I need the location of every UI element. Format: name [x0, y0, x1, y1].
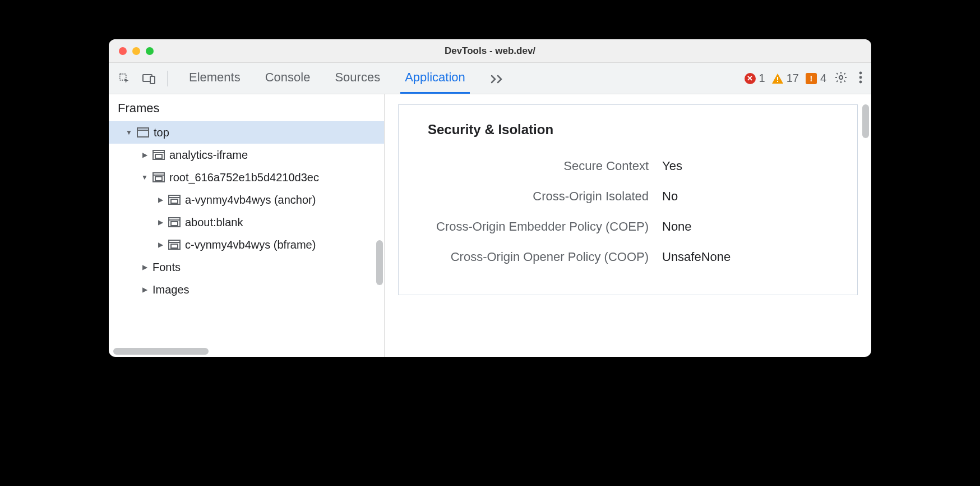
iframe-icon	[168, 217, 181, 227]
property-value: No	[662, 189, 678, 204]
iframe-icon	[168, 195, 181, 205]
chevron-down-icon: ▼	[140, 173, 149, 181]
tree-item[interactable]: ▼root_616a752e1b5d4210d3ec	[109, 166, 384, 189]
section-title: Security & Isolation	[399, 116, 857, 151]
tree-item-top[interactable]: ▼ top	[109, 121, 384, 144]
devtools-window: DevTools - web.dev/ Elements Console Sou…	[109, 39, 871, 357]
iframe-icon	[152, 172, 165, 182]
svg-rect-2	[150, 76, 155, 84]
svg-rect-3	[777, 77, 778, 80]
status-counts: ✕ 1 17 ! 4	[745, 72, 827, 85]
property-row: Secure ContextYes	[399, 151, 857, 181]
tree-item[interactable]: ▶analytics-iframe	[109, 144, 384, 166]
chevron-right-icon: ▶	[140, 263, 149, 271]
tree-label: analytics-iframe	[169, 149, 248, 162]
tree-item[interactable]: ▶about:blank	[109, 211, 384, 233]
window-title: DevTools - web.dev/	[109, 45, 871, 57]
tree-label: Fonts	[152, 261, 181, 274]
panel-tabs: Elements Console Sources Application	[184, 63, 509, 94]
toolbar: Elements Console Sources Application ✕ 1…	[109, 63, 871, 94]
error-icon: ✕	[745, 73, 756, 84]
iframe-icon	[152, 150, 165, 160]
svg-rect-16	[155, 177, 162, 181]
issues-count[interactable]: ! 4	[806, 72, 826, 85]
svg-point-6	[859, 71, 862, 74]
inspect-element-icon[interactable]	[114, 68, 135, 89]
property-row: Cross-Origin Embedder Policy (COEP)None	[399, 212, 857, 242]
main-scrollbar-vertical[interactable]	[862, 104, 869, 138]
property-row: Cross-Origin IsolatedNo	[399, 181, 857, 212]
toolbar-divider	[167, 71, 168, 86]
property-value: UnsafeNone	[662, 250, 731, 264]
settings-icon[interactable]	[831, 71, 851, 86]
tab-sources[interactable]: Sources	[330, 63, 385, 94]
more-options-icon[interactable]	[856, 71, 866, 86]
sidebar-section-title: Frames	[109, 94, 384, 121]
sidebar-scrollbar-vertical[interactable]	[376, 240, 383, 285]
tree-item[interactable]: ▶Fonts	[109, 256, 384, 278]
property-label: Secure Context	[399, 159, 662, 173]
svg-point-5	[839, 75, 843, 79]
security-section: Security & Isolation Secure ContextYesCr…	[398, 104, 858, 295]
property-label: Cross-Origin Embedder Policy (COEP)	[399, 219, 662, 234]
tree-label: about:blank	[185, 216, 243, 229]
svg-rect-25	[171, 244, 178, 248]
titlebar: DevTools - web.dev/	[109, 39, 871, 63]
device-toolbar-icon[interactable]	[139, 68, 159, 89]
frame-icon	[137, 127, 149, 137]
traffic-lights	[109, 47, 154, 55]
chevron-right-icon: ▶	[156, 241, 165, 249]
tree-item[interactable]: ▶c-vynmy4vb4wys (bframe)	[109, 233, 384, 256]
frames-tree: ▼ top ▶analytics-iframe▼root_616a752e1b5…	[109, 121, 384, 301]
more-tabs-button[interactable]	[486, 63, 509, 94]
close-window-button[interactable]	[119, 47, 127, 55]
chevron-down-icon: ▼	[124, 129, 133, 136]
chevron-right-icon: ▶	[140, 286, 149, 294]
content: Frames ▼ top ▶analytics-iframe▼root_616a…	[109, 94, 871, 357]
warnings-count[interactable]: 17	[772, 72, 799, 85]
tree-label: top	[154, 126, 169, 139]
chevron-right-icon: ▶	[156, 218, 165, 226]
main-panel: Security & Isolation Secure ContextYesCr…	[385, 94, 871, 357]
property-label: Cross-Origin Isolated	[399, 189, 662, 204]
tree-item[interactable]: ▶a-vynmy4vb4wys (anchor)	[109, 189, 384, 211]
errors-count[interactable]: ✕ 1	[745, 72, 765, 85]
maximize-window-button[interactable]	[146, 47, 154, 55]
warning-icon	[772, 74, 783, 84]
tab-console[interactable]: Console	[261, 63, 315, 94]
issues-number: 4	[820, 72, 826, 85]
svg-rect-9	[137, 128, 149, 137]
tree-label: c-vynmy4vb4wys (bframe)	[185, 239, 316, 251]
svg-rect-22	[171, 222, 178, 226]
chevron-right-icon: ▶	[156, 196, 165, 204]
issue-icon: !	[806, 73, 817, 84]
svg-rect-4	[777, 81, 778, 82]
iframe-icon	[168, 240, 181, 250]
tab-elements[interactable]: Elements	[184, 63, 245, 94]
svg-rect-19	[171, 199, 178, 203]
property-row: Cross-Origin Opener Policy (COOP)UnsafeN…	[399, 242, 857, 272]
property-value: None	[662, 219, 692, 234]
chevron-right-icon: ▶	[140, 151, 149, 159]
svg-point-7	[859, 76, 862, 79]
svg-point-8	[859, 80, 862, 83]
property-label: Cross-Origin Opener Policy (COOP)	[399, 250, 662, 264]
sidebar: Frames ▼ top ▶analytics-iframe▼root_616a…	[109, 94, 385, 357]
svg-rect-13	[155, 154, 162, 158]
errors-number: 1	[759, 72, 765, 85]
tree-label: a-vynmy4vb4wys (anchor)	[185, 194, 316, 207]
tree-label: root_616a752e1b5d4210d3ec	[169, 171, 319, 184]
property-value: Yes	[662, 159, 682, 173]
tab-application[interactable]: Application	[400, 63, 470, 94]
tree-label: Images	[152, 283, 189, 296]
minimize-window-button[interactable]	[132, 47, 140, 55]
sidebar-scrollbar-horizontal[interactable]	[113, 348, 209, 355]
tree-item[interactable]: ▶Images	[109, 278, 384, 301]
warnings-number: 17	[787, 72, 799, 85]
